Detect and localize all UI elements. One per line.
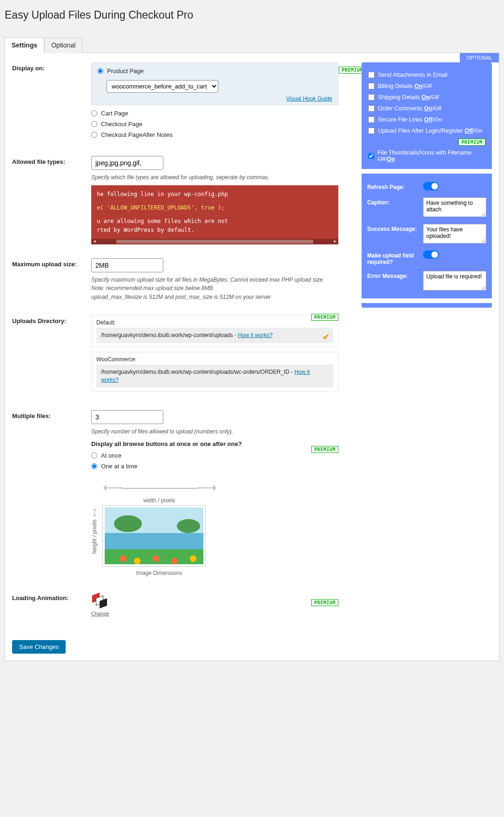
opt-shipping[interactable]: Shipping Details On/Off xyxy=(368,94,485,101)
dir-wc-path-text: /home/guavkyrn/demo.ibulb.work/wp-conten… xyxy=(101,369,295,375)
multiple-files-hint: Specify number of files allowed to uploa… xyxy=(91,428,338,436)
radio-checkout-label: Checkout Page xyxy=(101,121,142,128)
error-msg-textarea[interactable] xyxy=(423,271,486,290)
allowed-types-hint: Specify which file types are allowed for… xyxy=(91,174,338,182)
max-upload-input[interactable] xyxy=(91,258,163,272)
code-line: u are allowing some files which are not xyxy=(97,217,333,226)
allowed-types-label: Allowed file types: xyxy=(12,156,91,165)
success-msg-textarea[interactable] xyxy=(423,224,486,243)
check-icon: ✔ xyxy=(323,331,329,343)
opt-shipping-label: Shipping Details On/Off xyxy=(378,94,439,101)
optional-panel: OPTIONAL Send Attachments in Email Billi… xyxy=(362,62,492,654)
opt-secure-links-label: Secure File Links Off/On xyxy=(378,116,442,123)
loading-anim-label: Loading Animation: xyxy=(12,592,91,601)
opt-thumbnails-label: File Thumbnails/Icons with Filename Off/… xyxy=(377,149,485,162)
code-warning-box: he following line in your wp-config.php … xyxy=(91,185,338,244)
svg-point-8 xyxy=(171,558,178,564)
multiple-files-label: Multiple files: xyxy=(12,410,91,419)
success-msg-label: Success Message: xyxy=(367,224,418,232)
required-label: Make upload field required? xyxy=(367,250,418,265)
premium-badge: PREMIUM xyxy=(458,139,485,146)
opt-thumbnails[interactable]: File Thumbnails/Icons with Filename Off/… xyxy=(368,149,485,162)
change-animation-link[interactable]: Change xyxy=(91,611,109,616)
hook-select[interactable]: woocommerce_before_add_to_cart_button xyxy=(107,80,218,93)
radio-at-once-label: At once xyxy=(101,452,121,459)
dir-wc-path: /home/guavkyrn/demo.ibulb.work/wp-conten… xyxy=(96,365,333,388)
radio-checkout-after[interactable]: Checkout PageAfter Notes xyxy=(91,131,338,138)
radio-cart-label: Cart Page xyxy=(101,110,128,117)
premium-badge: PREMIUM xyxy=(311,599,338,606)
opt-billing-checkbox[interactable] xyxy=(368,83,375,89)
scroll-left-icon[interactable]: ◀ xyxy=(91,238,98,244)
visual-hook-guide-link[interactable]: Visual Hook Guide xyxy=(97,95,332,102)
opt-order-comments[interactable]: Order Comments On/Off xyxy=(368,105,485,112)
svg-point-6 xyxy=(134,558,141,564)
radio-one-at-time[interactable]: One at a time xyxy=(91,463,338,470)
radio-product-page[interactable]: Product Page xyxy=(97,68,332,74)
opt-send-email-checkbox[interactable] xyxy=(368,72,375,78)
radio-at-once[interactable]: At once xyxy=(91,452,338,459)
loading-animation-preview xyxy=(91,592,107,608)
dir-default-path-text: /home/guavkyrn/demo.ibulb.work/wp-conten… xyxy=(101,332,238,338)
tab-settings[interactable]: Settings xyxy=(5,37,44,53)
opt-upload-after-login[interactable]: Upload Files After Login/Register Off/On xyxy=(368,128,485,134)
radio-product-page-input[interactable] xyxy=(97,68,103,74)
opt-upload-after-login-checkbox[interactable] xyxy=(368,128,375,134)
caption-textarea[interactable] xyxy=(423,197,486,217)
code-line: e( 'ALLOW_UNFILTERED_UPLOADS', true ); xyxy=(97,203,333,212)
radio-checkout-after-input[interactable] xyxy=(91,132,97,138)
radio-checkout-page-input[interactable] xyxy=(91,121,97,127)
error-msg-label: Error Message: xyxy=(367,271,418,279)
height-label: height / pixels xyxy=(91,520,98,554)
opt-thumbnails-checkbox[interactable] xyxy=(368,153,374,159)
opt-order-comments-checkbox[interactable] xyxy=(368,105,375,112)
refresh-page-label: Refresh Page: xyxy=(367,182,418,190)
radio-one-at-time-input[interactable] xyxy=(91,463,97,469)
max-upload-label: Maximum upload size: xyxy=(12,258,91,268)
multiple-files-input[interactable] xyxy=(91,410,163,424)
width-label: width / pixels xyxy=(103,497,215,504)
arrow-up-icon: ↕ xyxy=(91,504,98,520)
required-toggle[interactable] xyxy=(423,250,439,259)
radio-checkout-page[interactable]: Checkout Page xyxy=(91,121,338,128)
tab-optional[interactable]: Optional xyxy=(44,37,82,53)
optional-corner-label: OPTIONAL xyxy=(460,53,499,62)
scroll-right-icon[interactable]: ▶ xyxy=(332,238,338,244)
opt-billing[interactable]: Billing Details On/Off xyxy=(368,83,485,89)
svg-point-7 xyxy=(153,555,159,562)
radio-checkout-after-label: Checkout PageAfter Notes xyxy=(101,131,173,138)
radio-product-page-label: Product Page xyxy=(107,68,144,74)
opt-shipping-checkbox[interactable] xyxy=(368,94,375,101)
svg-point-2 xyxy=(177,519,200,533)
opt-secure-links[interactable]: Secure File Links Off/On xyxy=(368,116,485,123)
save-button[interactable]: Save Changes xyxy=(12,640,66,654)
opt-send-email[interactable]: Send Attachments in Email xyxy=(368,72,485,78)
allowed-types-input[interactable] xyxy=(91,156,163,170)
display-product-page-box: Product Page woocommerce_before_add_to_c… xyxy=(91,62,338,105)
code-scrollbar[interactable]: ◀ ▶ xyxy=(91,239,338,244)
code-line: he following line in your wp-config.php xyxy=(97,190,333,199)
scroll-thumb[interactable] xyxy=(116,240,313,243)
settings-panel: Display on: Product Page woocommerce_bef… xyxy=(5,53,499,661)
max-upload-hint1: Specify maximum upload size for all file… xyxy=(91,276,338,284)
premium-badge: PREMIUM xyxy=(311,314,338,321)
arrow-horizontal-icon: ⟵——————⟶ xyxy=(103,479,215,495)
how-it-works-link[interactable]: How it works? xyxy=(238,332,273,338)
svg-point-1 xyxy=(114,515,142,532)
radio-cart-page-input[interactable] xyxy=(91,110,97,116)
caption-label: Caption: xyxy=(367,197,418,206)
code-line: rted by WordPress by default. xyxy=(97,226,333,235)
dir-wc-label: WooCommerce: xyxy=(96,356,333,363)
opt-send-email-label: Send Attachments in Email xyxy=(378,72,447,78)
opt-order-comments-label: Order Comments On/Off xyxy=(378,105,442,112)
svg-rect-3 xyxy=(105,533,205,552)
opt-billing-label: Billing Details On/Off xyxy=(378,83,432,89)
radio-at-once-input[interactable] xyxy=(91,452,97,459)
svg-point-5 xyxy=(120,555,127,562)
opt-secure-links-checkbox[interactable] xyxy=(368,116,375,123)
refresh-page-toggle[interactable] xyxy=(423,182,439,190)
radio-one-at-time-label: One at a time xyxy=(101,463,137,470)
display-on-label: Display on: xyxy=(12,62,91,72)
max-upload-hint2: Note: recommended max upload size below … xyxy=(91,284,338,292)
radio-cart-page[interactable]: Cart Page xyxy=(91,110,338,117)
